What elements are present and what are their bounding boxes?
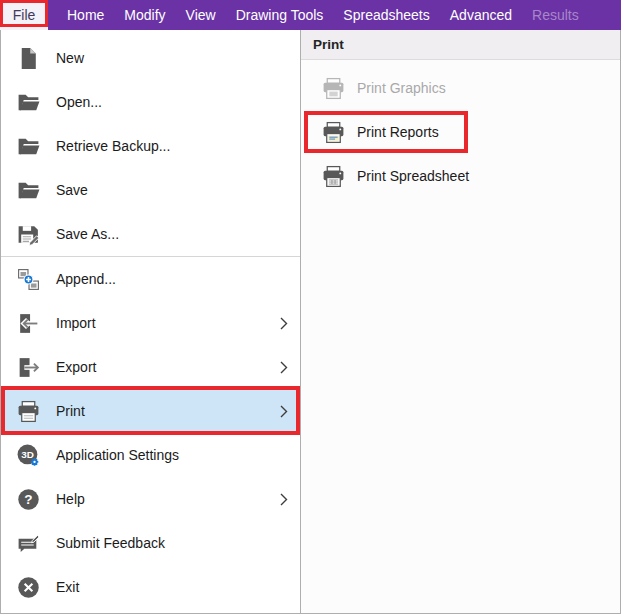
printer-reports-icon: [320, 119, 347, 146]
menu-item-label: New: [56, 50, 84, 66]
submenu-item-label: Print Graphics: [357, 80, 446, 96]
app-window: File Home Modify View Drawing Tools Spre…: [0, 0, 621, 614]
menu-item-label: Application Settings: [56, 447, 179, 463]
menubar-item-file[interactable]: File: [0, 0, 48, 30]
menu-item-label: Import: [56, 315, 96, 331]
menubar-item-modify[interactable]: Modify: [114, 0, 175, 30]
menu-item-label: Submit Feedback: [56, 535, 165, 551]
append-icon: [15, 266, 42, 293]
submenu-header: Print: [301, 30, 620, 60]
menu-item-label: Retrieve Backup...: [56, 138, 170, 154]
svg-text:?: ?: [24, 492, 32, 507]
submenu-item-print-spreadsheet[interactable]: Print Spreadsheet: [301, 154, 620, 198]
printer-spreadsheet-icon: [320, 163, 347, 190]
menu-item-label: Open...: [56, 94, 102, 110]
open-folder-icon: [15, 177, 42, 204]
menu-item-save-as[interactable]: Save As...: [1, 212, 300, 256]
chevron-right-icon: [280, 361, 288, 374]
menu-item-export[interactable]: Export: [1, 345, 300, 389]
file-menu-dropdown: New Open... Retrieve Backup...: [0, 30, 301, 614]
menu-item-label: Save As...: [56, 226, 119, 242]
menubar-item-drawing-tools[interactable]: Drawing Tools: [226, 0, 334, 30]
submenu-item-label: Print Spreadsheet: [357, 168, 469, 184]
exit-icon: [15, 574, 42, 601]
menu-item-new[interactable]: New: [1, 36, 300, 80]
menu-item-label: Append...: [56, 271, 116, 287]
menu-item-label: Print: [56, 403, 85, 419]
menu-item-append[interactable]: Append...: [1, 257, 300, 301]
new-file-icon: [15, 45, 42, 72]
chevron-right-icon: [280, 405, 288, 418]
submenu-item-label: Print Reports: [357, 124, 439, 140]
menubar-item-home[interactable]: Home: [57, 0, 114, 30]
printer-icon: [15, 398, 42, 425]
menu-item-exit[interactable]: Exit: [1, 565, 300, 609]
help-icon: ?: [15, 486, 42, 513]
submenu-body: Print Graphics Print Reports: [301, 60, 620, 198]
menu-item-submit-feedback[interactable]: Submit Feedback: [1, 521, 300, 565]
menu-item-label: Export: [56, 359, 96, 375]
menu-item-label: Save: [56, 182, 88, 198]
printer-graphics-icon: [320, 75, 347, 102]
menu-item-open[interactable]: Open...: [1, 80, 300, 124]
submenu-title: Print: [313, 37, 344, 52]
menu-item-label: Exit: [56, 579, 79, 595]
menu-item-help[interactable]: ? Help: [1, 477, 300, 521]
save-as-icon: [15, 221, 42, 248]
menubar-item-advanced[interactable]: Advanced: [440, 0, 522, 30]
open-folder-icon: [15, 89, 42, 116]
menu-item-print[interactable]: Print: [1, 389, 300, 433]
menubar: File Home Modify View Drawing Tools Spre…: [0, 0, 621, 30]
feedback-icon: [15, 530, 42, 557]
print-submenu-panel: Print Print Graphics: [301, 30, 621, 614]
menubar-item-spreadsheets[interactable]: Spreadsheets: [333, 0, 439, 30]
settings-3d-icon: 3D: [15, 442, 42, 469]
submenu-item-print-graphics: Print Graphics: [301, 66, 620, 110]
menubar-item-view[interactable]: View: [176, 0, 226, 30]
menu-item-import[interactable]: Import: [1, 301, 300, 345]
chevron-right-icon: [280, 493, 288, 506]
import-icon: [15, 310, 42, 337]
menu-item-application-settings[interactable]: 3D Application Settings: [1, 433, 300, 477]
open-folder-icon: [15, 133, 42, 160]
menu-item-save[interactable]: Save: [1, 168, 300, 212]
menu-item-label: Help: [56, 491, 85, 507]
submenu-item-print-reports[interactable]: Print Reports: [301, 110, 620, 154]
chevron-right-icon: [280, 317, 288, 330]
menu-item-retrieve-backup[interactable]: Retrieve Backup...: [1, 124, 300, 168]
svg-text:3D: 3D: [21, 449, 34, 460]
export-icon: [15, 354, 42, 381]
menubar-item-results: Results: [522, 0, 589, 30]
